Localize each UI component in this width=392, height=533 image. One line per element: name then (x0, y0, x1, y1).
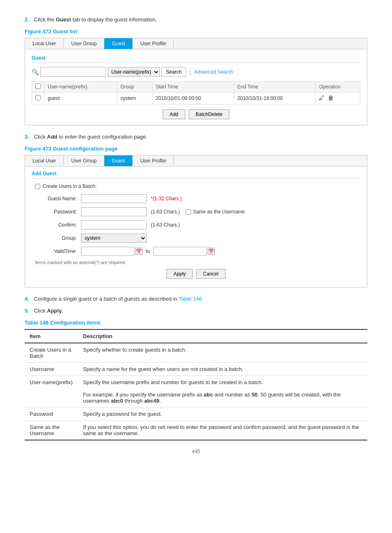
row-group: system (117, 93, 152, 104)
step2-before: Click the (34, 16, 55, 23)
col-check (32, 81, 44, 93)
cancel-button[interactable]: Cancel (196, 269, 225, 279)
config-desc-password: Specify a password for the guest. (78, 408, 367, 421)
form-section: Add Guest Create Users in a Batch: Guest… (25, 167, 367, 287)
create-batch-checkbox[interactable] (35, 184, 40, 189)
table-buttons: Add BatchDelete (32, 109, 360, 119)
tab-bar-1: Local User User Group Guest User Profile (25, 38, 367, 49)
step3-before: Click (34, 134, 47, 140)
config-item-username: Username (25, 363, 78, 376)
config-item-create-batch: Create Users in a Batch (25, 343, 78, 363)
delete-icon[interactable]: 🗑 (328, 95, 335, 102)
step4-before: Configure a single guest or a batch of g… (34, 296, 178, 302)
group-select[interactable]: system (81, 234, 147, 243)
config-row-prefix: User-name(prefix) Specify the username p… (25, 376, 367, 408)
password-label: Password: (32, 209, 77, 215)
figure472-panel: Local User User Group Guest User Profile… (25, 38, 367, 125)
config-table: Item Description Create Users in a Batch… (25, 329, 367, 440)
create-batch-label: Create Users in a Batch: (43, 183, 97, 189)
col-operation: Operation (316, 81, 360, 93)
config-desc-same-username: If you select this option, you do not ne… (78, 421, 367, 440)
tab-local-user-2[interactable]: Local User (25, 155, 64, 166)
row-username: guest (44, 93, 117, 104)
tab-user-group-2[interactable]: User Group (64, 155, 104, 166)
page-number: 445 (25, 449, 367, 454)
col-start: Start Time (152, 81, 234, 93)
config-row-username: Username Specify a name for the guest wh… (25, 363, 367, 376)
password-input[interactable] (81, 207, 147, 216)
figure472-title: Figure 472 Guest list (25, 28, 367, 35)
advanced-search-link[interactable]: Advanced Search (194, 69, 233, 75)
col-group: Group (117, 81, 152, 93)
step4-text: 4. Configure a single guest or a batch o… (25, 296, 367, 302)
step3-bold: Add (47, 134, 57, 140)
calendar-end-icon[interactable]: 📅 (208, 248, 215, 255)
guest-name-input[interactable] (81, 194, 147, 203)
tab-bar-2: Local User User Group Guest User Profile (25, 155, 367, 167)
password-row: Password: (1-63 Chars.) Same as the User… (32, 207, 360, 216)
tab-user-group-1[interactable]: User Group (64, 38, 104, 49)
step5-before: Click (34, 308, 47, 314)
required-note: Items marked with an asterisk(*) are req… (35, 260, 360, 265)
edit-icon[interactable]: 🖊 (319, 95, 326, 102)
step3-text: 3. Click Add to enter the guest configur… (25, 134, 367, 140)
row-start-time: 2010/10/01-08:00:00 (152, 93, 234, 104)
pipe-separator: | (189, 69, 191, 75)
validtime-label: ValidTime: (32, 248, 77, 254)
tab-guest-2[interactable]: Guest (104, 155, 133, 166)
tab-user-profile-1[interactable]: User Profile (133, 38, 174, 49)
same-as-username-group: Same as the Username (186, 209, 245, 215)
batch-delete-button[interactable]: BatchDelete (189, 109, 229, 119)
step4-num: 4. (25, 296, 29, 302)
guest-name-row: Guest Name: *(1-32 Chars.) (32, 194, 360, 203)
to-text: to (146, 248, 150, 254)
guest-name-label: Guest Name: (32, 196, 77, 202)
same-as-username-checkbox[interactable] (186, 209, 191, 215)
step5-bold: Apply (47, 308, 62, 314)
config-row-same-username: Same as the Username If you select this … (25, 421, 367, 440)
step2-after: tab to display the guest information. (71, 16, 157, 23)
step5-text: 5. Click Apply. (25, 308, 367, 314)
step5-after: . (62, 308, 63, 314)
config-col-description: Description (78, 329, 367, 343)
search-bar: 🔍 User-name(prefix) Group Search | Advan… (32, 67, 360, 77)
confirm-hint: (1-63 Chars.) (151, 222, 180, 228)
config-item-prefix: User-name(prefix) (25, 376, 78, 408)
add-guest-title: Add Guest (32, 171, 360, 178)
tab-guest-1[interactable]: Guest (104, 38, 133, 49)
config-desc-prefix: Specify the username prefix and number f… (78, 376, 367, 408)
col-end: End Time (234, 81, 316, 93)
search-dropdown[interactable]: User-name(prefix) Group (108, 67, 160, 77)
row-operation: 🖊 🗑 (316, 93, 360, 104)
validtime-row: ValidTime: 📅 to 📅 (32, 247, 360, 256)
calendar-start-icon[interactable]: 📅 (135, 248, 143, 255)
config-col-item: Item (25, 329, 78, 343)
guest-table: User-name(prefix) Group Start Time End T… (32, 81, 360, 104)
step3-num: 3. (25, 134, 29, 140)
validtime-inputs: 📅 to 📅 (81, 247, 215, 256)
validtime-start-input[interactable] (81, 247, 134, 256)
row-check (32, 93, 44, 104)
tab-user-profile-2[interactable]: User Profile (133, 155, 174, 166)
figure473-title: Figure 473 Guest configuration page (25, 146, 367, 152)
step5-num: 5. (25, 308, 29, 314)
step3-after: to enter the guest configuration page. (58, 134, 148, 140)
add-button[interactable]: Add (163, 109, 185, 119)
form-buttons: Apply Cancel (32, 269, 360, 283)
panel-body-1: Guest 🔍 User-name(prefix) Group Search |… (25, 49, 367, 125)
figure473-panel: Local User User Group Guest User Profile… (25, 155, 367, 287)
validtime-end-input[interactable] (153, 247, 207, 256)
tab-local-user-1[interactable]: Local User (25, 38, 64, 49)
config-item-password: Password (25, 408, 78, 421)
search-input[interactable] (40, 67, 106, 77)
table146-link[interactable]: Table 146 (179, 296, 202, 302)
confirm-input[interactable] (81, 220, 147, 229)
search-button[interactable]: Search (161, 67, 186, 77)
row-checkbox[interactable] (35, 95, 41, 100)
select-all-checkbox[interactable] (35, 83, 41, 89)
row-end-time: 2010/10/31-18:00:00 (234, 93, 316, 104)
config-desc-create-batch: Specify whether to create guests in a ba… (78, 343, 367, 363)
password-hint: (1-63 Chars.) (151, 209, 180, 215)
search-icon: 🔍 (32, 69, 39, 75)
apply-button[interactable]: Apply (166, 269, 193, 279)
